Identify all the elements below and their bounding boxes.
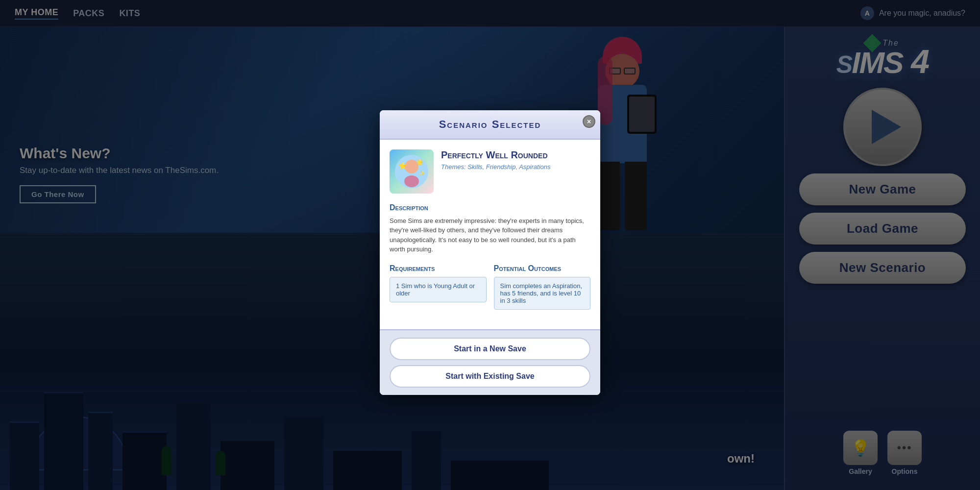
modal-footer: Start in a New Save Start with Existing … (380, 329, 600, 395)
scenario-info: Perfectly Well Rounded Themes: Skills, F… (441, 149, 551, 171)
outcomes-col: Potential Outcomes Sim completes an Aspi… (494, 264, 591, 310)
modal-close-button[interactable]: × (583, 115, 595, 128)
svg-text:⭐: ⭐ (398, 162, 407, 170)
scenario-modal: Scenario Selected × ⭐ 🌟 ✨ (380, 110, 600, 395)
scenario-themes: Themes: Skills, Friendship, Aspirations (441, 163, 551, 171)
requirements-outcomes: Requirements 1 Sim who is Young Adult or… (390, 264, 590, 310)
scenario-name: Perfectly Well Rounded (441, 149, 551, 161)
description-text: Some Sims are extremely impressive: they… (390, 216, 590, 254)
scenario-hero: ⭐ 🌟 ✨ Perfectly Well Rounded Themes: Ski… (390, 149, 590, 194)
start-new-save-button[interactable]: Start in a New Save (390, 338, 590, 360)
outcome-item: Sim completes an Aspiration, has 5 frien… (494, 277, 591, 310)
modal-overlay: Scenario Selected × ⭐ 🌟 ✨ (0, 0, 980, 490)
scenario-icon: ⭐ 🌟 ✨ (390, 149, 434, 194)
modal-header: Scenario Selected (380, 110, 600, 140)
svg-text:✨: ✨ (419, 170, 425, 176)
modal-body: ⭐ 🌟 ✨ Perfectly Well Rounded Themes: Ski… (380, 140, 600, 329)
requirements-col: Requirements 1 Sim who is Young Adult or… (390, 264, 487, 310)
outcomes-title: Potential Outcomes (494, 264, 591, 273)
svg-point-2 (404, 175, 419, 187)
svg-text:🌟: 🌟 (416, 158, 423, 166)
description-title: Description (390, 203, 590, 212)
requirements-title: Requirements (390, 264, 487, 273)
scenario-icon-svg: ⭐ 🌟 ✨ (394, 154, 429, 189)
modal-title: Scenario Selected (390, 118, 590, 131)
start-existing-save-button[interactable]: Start with Existing Save (390, 365, 590, 388)
requirement-item: 1 Sim who is Young Adult or older (390, 277, 487, 302)
